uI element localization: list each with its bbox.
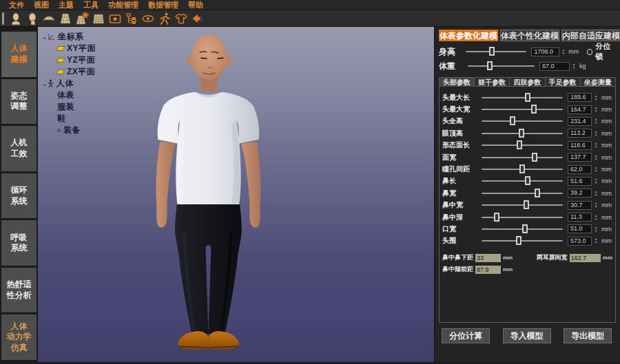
param-spinner[interactable]: ▴▾	[592, 237, 599, 246]
param-value-input[interactable]: 51.0	[568, 224, 592, 233]
eye-icon[interactable]	[140, 11, 156, 26]
param-slider[interactable]	[482, 144, 563, 146]
module-tab[interactable]: 热舒适 性分析	[1, 268, 37, 313]
height-slider-handle[interactable]	[489, 47, 495, 56]
modeling-tab[interactable]: 体表参数化建模	[439, 30, 498, 41]
tree-expander[interactable]: -	[41, 80, 48, 88]
param-value-input[interactable]: 137.7	[568, 153, 592, 162]
tree-node[interactable]: 服装	[41, 101, 96, 113]
param-spinner[interactable]: ▴▾	[592, 93, 599, 102]
param-spinner[interactable]: ▴▾	[592, 117, 599, 126]
radio-icon[interactable]	[587, 49, 592, 55]
param-spinner[interactable]: ▴▾	[592, 141, 599, 150]
param-slider[interactable]	[482, 109, 563, 110]
param-slider-handle[interactable]	[516, 236, 521, 245]
hierarchy-icon[interactable]	[123, 11, 140, 26]
param-value-input[interactable]: 30.7	[568, 201, 592, 210]
param-slider[interactable]	[482, 133, 563, 134]
param-slider-handle[interactable]	[519, 129, 524, 138]
display-icon[interactable]	[107, 11, 123, 26]
param-value-input[interactable]: 573.0	[568, 237, 592, 246]
module-tab[interactable]: 姿态 调整	[1, 79, 37, 125]
param-tab[interactable]: 手足参数	[546, 77, 581, 87]
mesh-grid-icon[interactable]	[90, 11, 107, 26]
tree-node[interactable]: 体表	[41, 89, 96, 101]
height-spinner[interactable]: ▴▾	[560, 47, 566, 56]
param-slider[interactable]	[482, 157, 563, 158]
param-spinner[interactable]: ▴▾	[592, 165, 599, 174]
weight-value-input[interactable]: 67.0	[539, 62, 570, 71]
param-slider-handle[interactable]	[525, 93, 530, 102]
tree-node[interactable]: - 人体	[41, 78, 96, 89]
param-spinner[interactable]: ▴▾	[592, 189, 599, 197]
param-slider-handle[interactable]	[532, 153, 537, 162]
menu-item[interactable]: 数据管理	[143, 0, 183, 10]
mesh-surface-icon[interactable]	[41, 11, 57, 26]
param-value-input[interactable]: 39.2	[568, 189, 592, 197]
ro-value-input[interactable]: 33	[475, 254, 501, 262]
tree-node[interactable]: - 坐标系	[41, 31, 96, 43]
tree-node[interactable]: 装备	[41, 125, 96, 136]
running-man-icon[interactable]	[156, 11, 173, 26]
tree-node[interactable]: ZX平面	[41, 66, 96, 78]
module-tab[interactable]: 循环 系统	[1, 173, 37, 219]
param-tab[interactable]: 坐姿测量	[581, 77, 616, 87]
percentile-calc-button[interactable]: 分位计算	[442, 328, 490, 343]
param-slider[interactable]	[482, 169, 563, 170]
export-model-button[interactable]: 导出模型	[564, 328, 612, 343]
tree-expander[interactable]: -	[41, 33, 48, 41]
height-value-input[interactable]: 1708.0	[531, 47, 559, 56]
param-value-input[interactable]: 118.6	[568, 141, 592, 150]
menu-item[interactable]: 视图	[29, 0, 54, 10]
menu-item[interactable]: 帮助	[183, 0, 208, 10]
param-tab[interactable]: 头部参数	[439, 77, 475, 87]
menu-item[interactable]: 主题	[54, 0, 79, 10]
param-slider-handle[interactable]	[519, 164, 525, 173]
menu-item[interactable]: 功能管理	[103, 0, 143, 10]
tshirt-icon[interactable]	[173, 11, 189, 26]
module-tab[interactable]: 呼吸 系统	[1, 220, 37, 266]
param-spinner[interactable]: ▴▾	[592, 105, 599, 114]
param-tab[interactable]: 四肢参数	[510, 77, 545, 87]
module-tab[interactable]: 人体 建模	[1, 32, 37, 77]
tree-node[interactable]: 鞋	[41, 113, 96, 125]
param-value-input[interactable]: 62.0	[568, 165, 592, 174]
bust-front-icon[interactable]	[8, 11, 24, 26]
param-slider[interactable]	[482, 217, 563, 218]
param-spinner[interactable]: ▴▾	[592, 129, 599, 138]
tree-node[interactable]: XY平面	[41, 43, 96, 54]
param-spinner[interactable]: ▴▾	[592, 213, 599, 222]
param-slider-handle[interactable]	[525, 176, 530, 185]
param-value-input[interactable]: 189.6	[568, 93, 592, 102]
param-slider[interactable]	[482, 97, 563, 98]
menu-item[interactable]: 工具	[79, 0, 103, 10]
param-slider-handle[interactable]	[535, 189, 540, 197]
param-spinner[interactable]: ▴▾	[592, 153, 599, 162]
back-arrow-icon[interactable]	[189, 11, 206, 26]
toolbar-drag-handle[interactable]	[2, 12, 4, 25]
head-side-icon[interactable]	[24, 11, 41, 26]
param-tab[interactable]: 躯干参数	[475, 77, 510, 87]
param-spinner[interactable]: ▴▾	[592, 177, 599, 186]
weight-slider-handle[interactable]	[487, 61, 493, 70]
param-slider[interactable]	[482, 193, 563, 194]
modeling-tab[interactable]: 内部自适应建模	[561, 30, 620, 41]
ro-value-input[interactable]: 87.9	[475, 266, 501, 274]
module-tab[interactable]: 人体 动力学 仿真	[1, 314, 37, 360]
param-slider-handle[interactable]	[494, 213, 499, 222]
module-tab[interactable]: 人机 工效	[1, 126, 37, 171]
param-slider[interactable]	[482, 228, 563, 230]
modeling-tab[interactable]: 体表个性化建模	[500, 30, 559, 41]
param-slider-handle[interactable]	[517, 140, 522, 149]
param-slider[interactable]	[482, 180, 563, 182]
viewport-3d[interactable]: - 坐标系 XY平面 YZ平面 ZX平面 - 人体	[38, 27, 434, 362]
param-spinner[interactable]: ▴▾	[592, 201, 599, 210]
mesh-skirt-icon[interactable]	[57, 11, 74, 26]
param-value-input[interactable]: 164.7	[568, 105, 592, 114]
tree-node[interactable]: YZ平面	[41, 54, 96, 66]
param-value-input[interactable]: 231.4	[568, 117, 592, 126]
ro-value-input[interactable]: 162.7	[570, 254, 601, 262]
param-value-input[interactable]: 51.6	[568, 177, 592, 186]
param-slider-handle[interactable]	[531, 105, 537, 114]
percentile-lock[interactable]: 分位锁	[587, 41, 616, 62]
